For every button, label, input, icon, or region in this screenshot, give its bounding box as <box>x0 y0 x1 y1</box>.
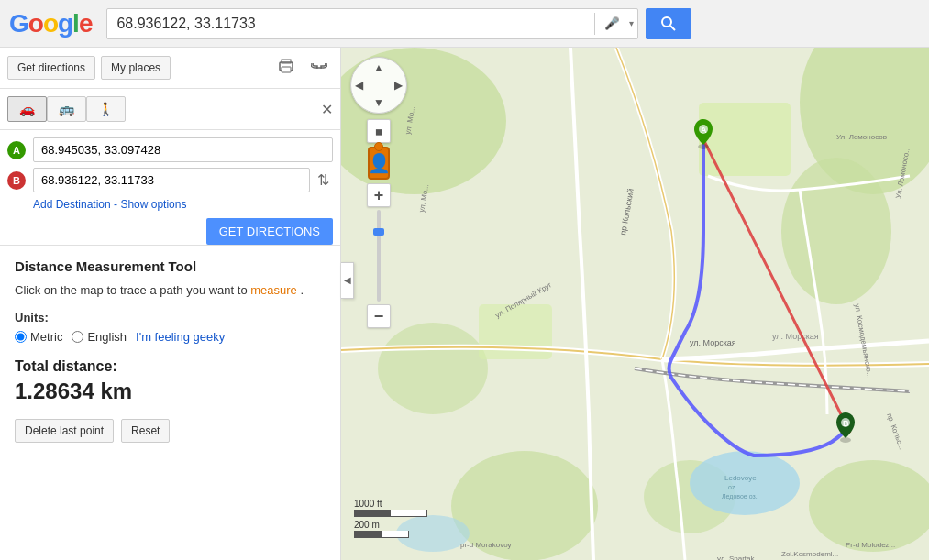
link-icon <box>311 63 327 72</box>
units-row: Metric English I'm feeling geeky <box>15 330 326 344</box>
zoom-slider: + − <box>367 183 391 328</box>
svg-text:Zol.Kosmodeml...: Zol.Kosmodeml... <box>781 550 838 558</box>
english-radio-label[interactable]: English <box>72 330 127 344</box>
metric-radio-label[interactable]: Metric <box>15 330 62 344</box>
svg-point-9 <box>781 158 891 304</box>
sidebar-topbar: Get directions My places <box>0 48 340 89</box>
pan-north-arrow: ▲ <box>373 61 384 74</box>
total-distance-label: Total distance: <box>15 358 326 375</box>
distance-measurement-tool: Distance Measurement Tool Click on the m… <box>0 245 340 456</box>
search-dropdown-button[interactable]: ▾ <box>625 18 637 28</box>
svg-text:ул. Spartak: ул. Spartak <box>717 555 756 560</box>
main-layout: Get directions My places 🚗 � <box>0 48 929 560</box>
transport-walk[interactable]: 🚶 <box>86 96 126 122</box>
sidebar: Get directions My places 🚗 � <box>0 48 341 560</box>
search-icon <box>660 16 677 32</box>
svg-text:ул. Морская: ул. Морская <box>690 338 736 347</box>
print-button[interactable] <box>272 55 300 81</box>
scale-bar: 1000 ft 200 m <box>354 499 427 538</box>
action-buttons: Delete last point Reset <box>15 419 326 443</box>
svg-rect-3 <box>282 67 291 72</box>
feeling-geeky-link[interactable]: I'm feeling geeky <box>136 330 225 344</box>
swap-routes-button[interactable]: ⇅ <box>314 168 333 192</box>
search-button[interactable] <box>646 8 691 39</box>
pegman-body: 👤 <box>368 152 391 174</box>
route-b-row: B ⇅ <box>7 168 333 192</box>
scale-text-m: 200 m <box>354 520 427 530</box>
delete-last-point-button[interactable]: Delete last point <box>15 419 114 443</box>
units-label: Units: <box>15 311 326 324</box>
svg-text:B: B <box>843 419 849 428</box>
svg-line-1 <box>670 26 675 30</box>
map-area[interactable]: Ledovoye oz. Ледовое оз. пр-Кольский ул.… <box>341 48 929 560</box>
scale-graphic-ft <box>354 510 427 517</box>
pan-west-arrow: ◀ <box>355 79 363 92</box>
search-divider <box>594 13 595 35</box>
svg-point-0 <box>662 17 671 27</box>
add-destination-link[interactable]: Add Destination <box>33 198 111 211</box>
transport-bar: 🚗 🚌 🚶 ✕ <box>0 89 340 130</box>
route-a-input[interactable] <box>33 137 333 162</box>
svg-rect-14 <box>699 103 791 176</box>
distance-value: 1.28634 km <box>15 379 326 404</box>
header: Google 🎤 ▾ <box>0 0 929 48</box>
pan-south-arrow: ▼ <box>373 96 384 109</box>
svg-text:Ledovoye: Ledovoye <box>724 474 757 482</box>
scale-graphic-m <box>354 531 409 538</box>
get-directions-submit-button[interactable]: GET DIRECTIONS <box>206 218 333 245</box>
street-view-pegman[interactable]: 👤 <box>368 147 390 180</box>
zoom-in-button[interactable]: + <box>367 183 391 207</box>
route-label-a: A <box>7 141 26 159</box>
svg-text:A: A <box>701 126 707 135</box>
map-type-small-button[interactable]: ◼ <box>367 119 391 143</box>
zoom-track[interactable] <box>377 210 381 302</box>
link-button[interactable] <box>305 56 333 80</box>
route-inputs: A B ⇅ Add Destination - Show options GET… <box>0 130 340 225</box>
distance-tool-description: Click on the map to trace a path you wan… <box>15 281 326 300</box>
pan-east-arrow: ▶ <box>394 79 403 92</box>
svg-text:oz.: oz. <box>728 484 736 490</box>
pegman-head <box>374 142 383 151</box>
map-background: Ledovoye oz. Ледовое оз. пр-Кольский ул.… <box>341 48 929 560</box>
svg-text:pr-d Morakovoу: pr-d Morakovoу <box>460 541 512 549</box>
distance-tool-title: Distance Measurement Tool <box>15 258 326 274</box>
show-options-link[interactable]: Show options <box>120 198 186 211</box>
route-b-input[interactable] <box>33 168 310 192</box>
mic-button[interactable]: 🎤 <box>599 16 625 30</box>
close-directions-button[interactable]: ✕ <box>321 101 333 118</box>
scale-text-ft: 1000 ft <box>354 499 427 509</box>
reset-button[interactable]: Reset <box>121 419 170 443</box>
my-places-button[interactable]: My places <box>101 56 171 80</box>
print-icon <box>278 59 294 73</box>
sidebar-collapse-handle[interactable]: ◀ <box>341 262 354 299</box>
svg-text:Ул. Ломоносов: Ул. Ломоносов <box>836 133 887 141</box>
transport-transit[interactable]: 🚌 <box>47 96 86 122</box>
route-a-row: A <box>7 137 333 162</box>
english-radio[interactable] <box>72 331 83 343</box>
svg-text:Ледовое оз.: Ледовое оз. <box>722 493 758 500</box>
google-logo: Google <box>9 9 92 38</box>
svg-point-16 <box>690 451 800 515</box>
svg-text:ул. Морская: ул. Морская <box>772 332 819 341</box>
zoom-out-button[interactable]: − <box>367 304 391 328</box>
route-links: Add Destination - Show options <box>33 198 333 211</box>
zoom-thumb <box>373 228 384 236</box>
map-controls: ▲ ▼ ▶ ◀ ◼ 👤 + − <box>350 57 407 328</box>
search-bar: 🎤 ▾ <box>106 8 638 39</box>
get-directions-button[interactable]: Get directions <box>7 56 95 80</box>
transport-car[interactable]: 🚗 <box>7 96 47 122</box>
metric-radio[interactable] <box>15 331 27 343</box>
svg-point-13 <box>378 323 488 414</box>
pan-control[interactable]: ▲ ▼ ▶ ◀ <box>350 57 407 114</box>
svg-text:Pr-d Molodez...: Pr-d Molodez... <box>846 541 895 549</box>
search-input[interactable] <box>107 16 591 32</box>
route-label-b: B <box>7 171 26 190</box>
